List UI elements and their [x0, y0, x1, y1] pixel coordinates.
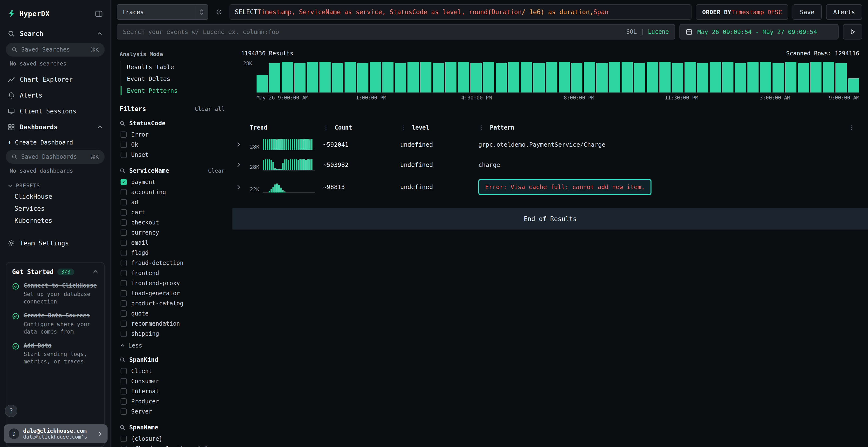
lucene-mode-toggle[interactable]: Lucene — [648, 28, 669, 35]
search-input[interactable] — [123, 28, 622, 35]
saved-dashboards-input[interactable]: Saved Dashboards ⌘K — [6, 150, 105, 164]
sql-mode-toggle[interactable]: SQL — [626, 28, 637, 35]
checkbox[interactable] — [121, 219, 127, 226]
facet-accounting[interactable]: accounting — [120, 187, 225, 197]
table-menu-icon[interactable]: ⋮ — [849, 124, 855, 131]
sidebar-item-alerts[interactable]: Alerts — [0, 88, 111, 103]
create-dashboard-button[interactable]: + Create Dashboard — [0, 135, 111, 149]
checkbox[interactable] — [121, 388, 127, 394]
analysis-mode-results-table[interactable]: Results Table — [121, 61, 225, 73]
facet-Unset[interactable]: Unset — [120, 150, 225, 160]
facet-search-icon[interactable] — [120, 168, 125, 174]
sql-query[interactable]: SELECT Timestamp, ServiceName as service… — [229, 4, 691, 20]
get-started-step[interactable]: Create Data SourcesConfigure where your … — [12, 312, 98, 335]
facet-search-icon[interactable] — [120, 121, 125, 126]
date-range-picker[interactable]: May 26 09:09:54 - May 27 09:09:54 — [679, 24, 839, 39]
checkbox[interactable] — [121, 199, 127, 205]
clear-all-filters-link[interactable]: Clear all — [194, 106, 225, 112]
pattern-row[interactable]: 28K~503982undefinedcharge — [235, 159, 859, 171]
facet-currency[interactable]: currency — [120, 228, 225, 238]
run-query-button[interactable] — [843, 24, 862, 39]
checkbox[interactable] — [121, 320, 127, 327]
get-started-header[interactable]: Get Started 3/3 — [12, 268, 98, 276]
facet-clear-link[interactable]: Clear — [208, 168, 225, 174]
facet-quote[interactable]: quote — [120, 309, 225, 319]
facet-Internal[interactable]: Internal — [120, 386, 225, 397]
checkbox[interactable] — [121, 209, 127, 215]
checkbox[interactable] — [121, 260, 127, 266]
checkbox[interactable] — [121, 290, 127, 297]
facet-Producer[interactable]: Producer — [120, 397, 225, 407]
source-settings-gear-icon[interactable] — [213, 4, 225, 20]
checkbox[interactable] — [121, 446, 127, 447]
checkbox[interactable] — [121, 331, 127, 337]
analysis-mode-event-patterns[interactable]: Event Patterns — [121, 85, 225, 97]
facet-product-catalog[interactable]: product-catalog — [120, 299, 225, 309]
checkbox[interactable] — [121, 152, 127, 158]
facet-flagdevaluationv1Se[interactable]: /flagd.evaluation.v1.Se… — [120, 444, 225, 447]
source-select[interactable]: Traces — [117, 4, 208, 20]
user-chip[interactable]: D dale@clickhouse.com dale@clickhouse.co… — [4, 424, 107, 443]
facet-Error[interactable]: Error — [120, 130, 225, 140]
sidebar-item-search[interactable]: Search — [0, 26, 111, 42]
chevron-up-icon[interactable] — [97, 31, 103, 37]
checkbox[interactable] — [121, 310, 127, 317]
facet-Consumer[interactable]: Consumer — [120, 376, 225, 386]
facet-search-icon[interactable] — [120, 424, 125, 431]
pattern-row[interactable]: 22K~98813undefinedError: Visa cache full… — [235, 179, 859, 195]
analysis-mode-event-deltas[interactable]: Event Deltas — [121, 73, 225, 85]
facet-shipping[interactable]: shipping — [120, 329, 225, 339]
checkbox[interactable] — [121, 142, 127, 148]
checkbox[interactable] — [121, 300, 127, 307]
checkbox[interactable] — [121, 270, 127, 276]
facet-frontend[interactable]: frontend — [120, 268, 225, 278]
facet-email[interactable]: email — [120, 238, 225, 248]
saved-searches-input[interactable]: Saved Searches ⌘K — [6, 43, 105, 57]
checkbox[interactable] — [121, 409, 127, 415]
expand-row-icon[interactable] — [235, 184, 250, 190]
preset-services[interactable]: Services — [0, 203, 111, 215]
checkbox[interactable] — [121, 280, 127, 286]
save-button[interactable]: Save — [793, 4, 822, 20]
preset-kubernetes[interactable]: Kubernetes — [0, 215, 111, 227]
facet-Client[interactable]: Client — [120, 366, 225, 376]
checkbox[interactable] — [121, 230, 127, 236]
collapse-sidebar-icon[interactable] — [95, 10, 103, 18]
checkbox[interactable] — [121, 398, 127, 405]
sidebar-item-dashboards[interactable]: Dashboards — [0, 119, 111, 135]
facet-load-generator[interactable]: load-generator — [120, 288, 225, 299]
presets-toggle[interactable]: PRESETS — [0, 179, 111, 191]
checkbox[interactable] — [121, 189, 127, 195]
checkbox[interactable] — [121, 132, 127, 138]
help-button[interactable]: ? — [5, 405, 18, 417]
checkbox[interactable] — [121, 436, 127, 442]
checkbox[interactable] — [121, 378, 127, 384]
facet-flagd[interactable]: flagd — [120, 248, 225, 258]
expand-row-icon[interactable] — [235, 141, 250, 148]
facet-Ok[interactable]: Ok — [120, 140, 225, 150]
facet-cart[interactable]: cart — [120, 207, 225, 217]
facet-fraud-detection[interactable]: fraud-detection — [120, 258, 225, 268]
facet-less-toggle[interactable]: Less — [120, 342, 225, 349]
checkbox[interactable] — [121, 240, 127, 246]
checkbox[interactable] — [121, 368, 127, 374]
get-started-step[interactable]: Add DataStart sending logs, metrics, or … — [12, 342, 98, 365]
chevron-up-icon[interactable] — [97, 124, 103, 130]
sidebar-item-team-settings[interactable]: Team Settings — [0, 235, 111, 251]
facet-frontend-proxy[interactable]: frontend-proxy — [120, 278, 225, 288]
alerts-button[interactable]: Alerts — [826, 4, 862, 20]
facet-closure[interactable]: {closure} — [120, 434, 225, 444]
facet-Server[interactable]: Server — [120, 407, 225, 417]
events-histogram[interactable]: 28K May 26 9:00:00 AM1:00:00 PM4:30:00 P… — [232, 61, 868, 101]
sidebar-item-client-sessions[interactable]: Client Sessions — [0, 103, 111, 119]
facet-recommendation[interactable]: recommendation — [120, 319, 225, 329]
preset-clickhouse[interactable]: ClickHouse — [0, 191, 111, 203]
pattern-row[interactable]: 28K~592041undefinedgrpc.oteldemo.Payment… — [235, 139, 859, 150]
chevron-up-icon[interactable] — [93, 269, 98, 275]
order-by-field[interactable]: ORDER BY Timestamp DESC — [696, 4, 788, 20]
expand-row-icon[interactable] — [235, 162, 250, 168]
facet-search-icon[interactable] — [120, 357, 125, 363]
sidebar-item-chart-explorer[interactable]: Chart Explorer — [0, 72, 111, 88]
facet-checkout[interactable]: checkout — [120, 217, 225, 228]
checkbox[interactable]: ✓ — [121, 179, 127, 185]
